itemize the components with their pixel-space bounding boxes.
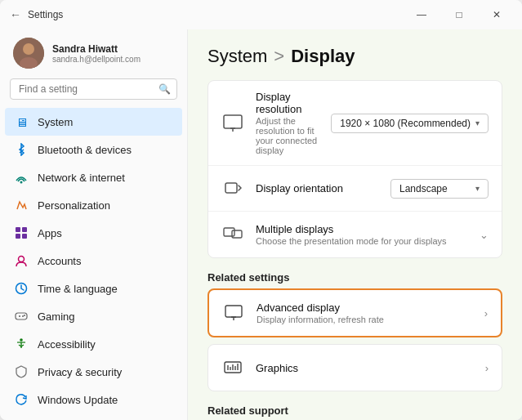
breadcrumb: System > Display — [207, 46, 502, 67]
resolution-control: 1920 × 1080 (Recommended) ▾ — [331, 114, 489, 133]
sidebar-item-bluetooth[interactable]: Bluetooth & devices — [0, 136, 187, 163]
gaming-icon — [13, 308, 29, 324]
sidebar-item-update[interactable]: Windows Update — [0, 386, 187, 413]
svg-point-8 — [19, 257, 25, 262]
multiple-displays-left: Multiple displays Choose the presentatio… — [221, 223, 480, 246]
graphics-text: Graphics — [256, 362, 298, 374]
search-icon: 🔍 — [158, 83, 171, 95]
accessibility-icon — [13, 336, 29, 352]
bluetooth-icon — [13, 141, 29, 158]
multiple-displays-icon — [221, 223, 244, 246]
breadcrumb-parent: System — [207, 46, 267, 67]
svg-rect-6 — [16, 234, 20, 239]
search-input[interactable] — [10, 78, 177, 100]
back-button[interactable]: ← — [10, 8, 21, 21]
graphics-left: Graphics — [221, 356, 485, 379]
orientation-dropdown[interactable]: Landscape ▾ — [390, 179, 489, 199]
svg-point-13 — [22, 315, 24, 317]
display-orientation-row: Display orientation Landscape ▾ — [208, 166, 502, 212]
display-orientation-left: Display orientation — [221, 177, 390, 200]
settings-window: ← Settings — □ ✕ Sandra Hiwatt — [0, 0, 522, 420]
page-title: Display — [291, 46, 355, 67]
orientation-control: Landscape ▾ — [390, 179, 489, 199]
sidebar-item-label: Apps — [38, 227, 62, 239]
multiple-displays-label: Multiple displays — [256, 223, 447, 235]
svg-rect-19 — [225, 183, 237, 193]
chevron-right-icon: › — [485, 362, 489, 374]
advanced-display-text: Advanced display Display information, re… — [257, 302, 384, 324]
system-icon: 🖥 — [13, 114, 29, 130]
window-title: Settings — [28, 9, 63, 20]
sidebar-item-accounts[interactable]: Accounts — [0, 247, 187, 275]
display-resolution-desc: Adjust the resolution to fit your connec… — [256, 116, 331, 155]
display-resolution-card: Display resolution Adjust the resolution… — [207, 80, 502, 258]
graphics-row[interactable]: Graphics › — [208, 345, 502, 391]
sidebar: Sandra Hiwatt sandra.h@dellpoint.com 🔍 🖥… — [0, 29, 188, 420]
chevron-down-icon: ▾ — [475, 118, 480, 127]
resolution-dropdown[interactable]: 1920 × 1080 (Recommended) ▾ — [331, 114, 489, 133]
main-panel: System > Display Display resolution Adju… — [188, 29, 522, 420]
avatar — [13, 38, 44, 69]
titlebar: ← Settings — □ ✕ — [0, 0, 522, 29]
svg-rect-10 — [16, 313, 27, 319]
svg-rect-16 — [224, 115, 242, 128]
main-content: Sandra Hiwatt sandra.h@dellpoint.com 🔍 🖥… — [0, 29, 522, 420]
display-resolution-text: Display resolution Adjust the resolution… — [256, 91, 331, 155]
time-icon — [13, 280, 29, 297]
advanced-display-card: Advanced display Display information, re… — [207, 288, 502, 337]
multiple-displays-desc: Choose the presentation mode for your di… — [256, 236, 447, 246]
minimize-button[interactable]: — — [403, 2, 440, 28]
sidebar-item-time[interactable]: Time & language — [0, 275, 187, 302]
graphics-icon — [221, 356, 244, 379]
multiple-displays-row[interactable]: Multiple displays Choose the presentatio… — [208, 212, 502, 257]
breadcrumb-separator: > — [274, 46, 284, 67]
maximize-button[interactable]: □ — [440, 2, 478, 28]
sidebar-item-label: Personalization — [38, 199, 110, 212]
display-orientation-label: Display orientation — [256, 182, 343, 194]
display-resolution-row: Display resolution Adjust the resolution… — [208, 81, 502, 166]
related-support-title: Related support — [207, 404, 502, 417]
search-box[interactable]: 🔍 — [10, 78, 177, 100]
display-resolution-label: Display resolution — [256, 91, 331, 115]
privacy-icon — [13, 364, 29, 380]
multiple-displays-text: Multiple displays Choose the presentatio… — [256, 223, 447, 246]
chevron-down-icon: ▾ — [475, 184, 480, 193]
chevron-down-icon: ⌄ — [480, 229, 489, 241]
sidebar-item-label: Accessibility — [38, 338, 96, 351]
sidebar-item-label: Windows Update — [38, 394, 118, 406]
sidebar-item-apps[interactable]: Apps — [0, 219, 187, 247]
advanced-display-label: Advanced display — [257, 302, 384, 314]
user-name: Sandra Hiwatt — [52, 43, 141, 55]
svg-rect-22 — [225, 306, 242, 317]
sidebar-item-label: System — [38, 116, 73, 128]
apps-icon — [13, 225, 29, 241]
advanced-display-desc: Display information, refresh rate — [257, 315, 384, 324]
accounts-icon — [13, 252, 29, 269]
close-button[interactable]: ✕ — [478, 2, 515, 28]
network-icon — [13, 169, 29, 185]
sidebar-item-label: Network & internet — [38, 172, 125, 184]
personalization-icon — [13, 197, 29, 213]
sidebar-item-label: Bluetooth & devices — [38, 144, 132, 156]
sidebar-item-accessibility[interactable]: Accessibility — [0, 330, 187, 358]
svg-rect-4 — [16, 227, 20, 232]
svg-point-1 — [23, 43, 34, 55]
sidebar-item-system[interactable]: 🖥 System — [5, 108, 182, 136]
sidebar-item-label: Privacy & security — [38, 366, 122, 378]
display-resolution-icon — [221, 112, 244, 135]
svg-rect-20 — [224, 228, 234, 236]
sidebar-item-gaming[interactable]: Gaming — [0, 302, 187, 330]
chevron-right-icon: › — [484, 307, 488, 319]
svg-point-15 — [20, 338, 23, 342]
display-orientation-icon — [221, 177, 244, 200]
user-info: Sandra Hiwatt sandra.h@dellpoint.com — [52, 43, 141, 64]
advanced-display-row[interactable]: Advanced display Display information, re… — [209, 290, 501, 336]
sidebar-item-network[interactable]: Network & internet — [0, 163, 187, 191]
user-email: sandra.h@dellpoint.com — [52, 55, 141, 64]
graphics-card: Graphics › — [207, 344, 502, 391]
display-orientation-text: Display orientation — [256, 182, 343, 194]
sidebar-item-privacy[interactable]: Privacy & security — [0, 358, 187, 386]
user-profile[interactable]: Sandra Hiwatt sandra.h@dellpoint.com — [0, 29, 187, 78]
sidebar-item-personalization[interactable]: Personalization — [0, 191, 187, 219]
advanced-display-left: Advanced display Display information, re… — [222, 302, 484, 324]
